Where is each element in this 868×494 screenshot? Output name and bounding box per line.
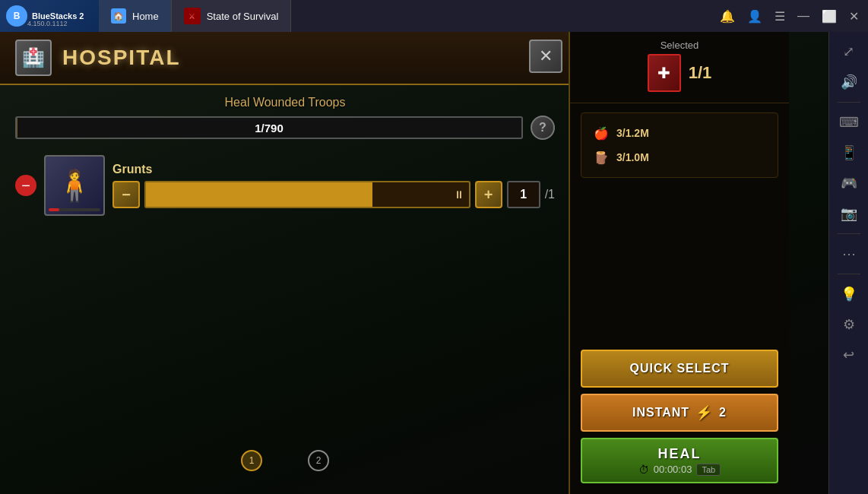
gamepad-icon[interactable]: 🎮 [835,169,863,197]
troop-hp-bar [49,208,100,211]
remove-troop-button[interactable]: − [15,175,36,196]
decrease-quantity-button[interactable]: − [112,181,140,208]
pause-icon: ⏸ [454,188,464,201]
heal-tab-badge: Tab [696,464,721,476]
dots-icon[interactable]: ⋯ [835,240,863,268]
quantity-display: 1 [507,181,540,208]
troop-hp-fill [49,208,59,211]
hospital-panel: 🏥 HOSPITAL ✕ Heal Wounded Troops 1/790 ?… [0,32,570,494]
resources-box: 🍎 3/1.2M 🪵 3/1.0M [581,112,778,178]
heal-title: Heal Wounded Troops [15,96,555,109]
heal-button[interactable]: HEAL ⏱ 00:00:03 Tab [581,438,778,483]
selected-banner: ✚ 1/1 [581,54,778,92]
heal-progress-bar: 1/790 [15,116,523,139]
hospital-header: 🏥 HOSPITAL [0,32,570,85]
tab-sos-label: State of Survival [207,11,279,22]
wood-amount: 3/1.0M [616,151,649,163]
sidebar-divider-1 [838,102,860,103]
tab-home-label: Home [132,11,159,22]
progress-text: 1/790 [255,122,284,135]
hospital-icon: 🏥 [15,40,52,76]
minimize-button[interactable]: — [797,9,809,23]
sidebar-divider-2 [838,233,860,234]
restore-button[interactable]: ⬜ [822,9,837,24]
food-icon: 🍎 [592,124,610,142]
top-bar: B BlueStacks 2 4.150.0.1112 🏠 Home ⚔ Sta… [0,0,868,32]
expand-icon[interactable]: ⤢ [835,38,863,65]
sidebar-divider-3 [838,274,860,274]
wood-icon: 🪵 [592,148,610,166]
food-amount: 3/1.2M [616,127,649,139]
resource-row-1: 🍎 3/1.2M [592,121,767,145]
keyboard-icon[interactable]: ⌨ [835,109,863,136]
troop-avatar: 🧍 [44,155,105,216]
selected-label: Selected [581,40,778,51]
heal-time: 00:00:03 [654,464,692,475]
game-area: 🏥 HOSPITAL ✕ Heal Wounded Troops 1/790 ?… [0,32,828,494]
clock-icon: ⏱ [638,464,649,476]
account-icon[interactable]: 👤 [747,9,762,24]
sos-icon: ⚔ [184,8,201,24]
page-dot-1[interactable]: 1 [241,450,262,471]
page-dots: 1 2 [0,450,570,471]
resource-row-2: 🪵 3/1.0M [592,145,767,169]
page-dot-2[interactable]: 2 [308,450,329,471]
quick-select-label: QUICK SELECT [629,362,729,375]
bluestacks-sidebar: ⤢ 🔊 ⌨ 📱 🎮 📷 ⋯ 💡 ⚙ ↩ [828,32,868,494]
menu-icon[interactable]: ☰ [775,9,785,24]
instant-label: INSTANT [632,406,689,420]
quick-select-button[interactable]: QUICK SELECT [581,350,778,388]
divider [570,103,789,103]
close-hospital-button[interactable]: ✕ [529,40,562,73]
home-icon: 🏠 [111,8,126,24]
troop-name: Grunts [112,163,555,176]
progress-fill [17,118,17,138]
troop-figure: 🧍 [55,168,93,204]
tab-state-of-survival[interactable]: ⚔ State of Survival [172,0,292,32]
troop-row: − 🧍 Grunts − ⏸ + 1 /1 [0,147,570,223]
selected-count: 1/1 [689,63,712,83]
hospital-title: HOSPITAL [62,46,180,70]
selected-section: Selected ✚ 1/1 [570,32,789,100]
light-icon[interactable]: 💡 [835,280,863,308]
help-button[interactable]: ? [531,116,555,140]
heal-time-row: ⏱ 00:00:03 Tab [638,464,721,476]
quantity-max: /1 [545,188,555,201]
bluestacks-logo[interactable]: B BlueStacks 2 4.150.0.1112 [0,0,99,32]
lightning-icon: ⚡ [695,404,713,421]
volume-icon[interactable]: 🔊 [835,68,863,96]
bluestacks-icon: B [6,5,27,27]
close-button[interactable]: ✕ [849,9,859,24]
troop-controls: − ⏸ + 1 /1 [112,181,555,208]
bluestacks-version: 4.150.0.1112 [27,20,68,27]
bell-icon[interactable]: 🔔 [720,9,735,24]
banner-icon: ✚ [648,54,681,92]
window-controls: 🔔 👤 ☰ — ⬜ ✕ [720,9,868,24]
camera-icon[interactable]: 📷 [835,200,863,227]
quantity-slider[interactable]: ⏸ [144,181,470,208]
heal-section: Heal Wounded Troops 1/790 ? [0,85,570,147]
instant-button[interactable]: INSTANT ⚡ 2 [581,394,778,432]
instant-count: 2 [719,406,727,420]
phone-icon[interactable]: 📱 [835,139,863,166]
heal-button-label: HEAL [658,446,702,462]
increase-quantity-button[interactable]: + [475,181,502,208]
right-panel: Selected ✚ 1/1 🍎 3/1.2M 🪵 3/1.0M QUICK S… [569,32,789,494]
back-icon[interactable]: ↩ [835,341,863,369]
progress-container: 1/790 ? [15,116,555,140]
settings-icon[interactable]: ⚙ [835,311,863,338]
tab-home[interactable]: 🏠 Home [99,0,172,32]
